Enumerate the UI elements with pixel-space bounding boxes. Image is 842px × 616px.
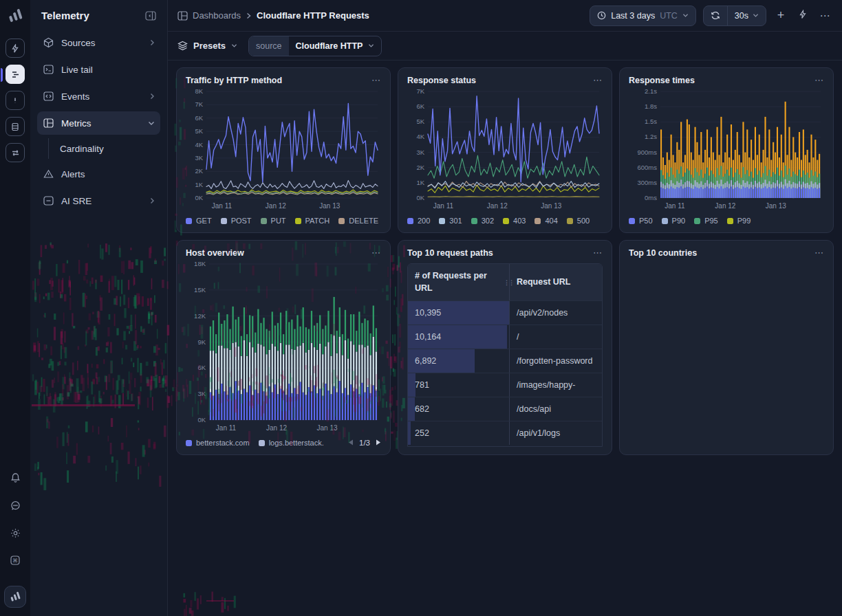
sidebar-item-ai-sre[interactable]: AI SRE <box>37 189 160 212</box>
legend-item[interactable]: PUT <box>261 217 286 225</box>
legend-item[interactable]: logs.betterstack. <box>259 439 324 447</box>
legend-item[interactable]: P95 <box>694 217 718 225</box>
svg-text:Jan 13: Jan 13 <box>319 202 340 210</box>
sidebar: Telemetry Sources Live tail Events Metri… <box>30 0 168 616</box>
legend-label: 200 <box>418 217 430 225</box>
sidebar-item-cardinality[interactable]: Cardinality <box>48 138 160 159</box>
legend-swatch <box>338 218 345 224</box>
legend-swatch <box>221 218 227 224</box>
legend-swatch <box>261 218 267 224</box>
legend-item[interactable]: DELETE <box>338 217 378 225</box>
legend-label: P99 <box>737 217 751 225</box>
pager-next-button[interactable] <box>376 439 381 447</box>
card-menu-button[interactable]: ⋯ <box>814 77 824 84</box>
svg-text:600ms: 600ms <box>637 164 657 171</box>
response-times-chart[interactable]: 0ms300ms600ms900ms1.2s1.5s1.8s2.1sJan 11… <box>629 87 824 212</box>
sidebar-item-label: Live tail <box>61 65 93 75</box>
time-range-button[interactable]: Last 3 days UTC <box>590 6 696 26</box>
svg-text:5K: 5K <box>195 127 203 135</box>
theme-toggle-button[interactable] <box>8 525 23 540</box>
table-row: 10,395/api/v2/nodes <box>408 300 602 324</box>
chat-bubble-icon <box>10 500 21 511</box>
host-overview-bar-chart[interactable]: 0K3K6K9K12K15K18KJan 11Jan 12Jan 13 <box>186 259 381 434</box>
sidebar-item-sources[interactable]: Sources <box>37 31 160 54</box>
legend-item[interactable]: betterstack.com <box>186 439 250 447</box>
breadcrumb-dashboards-link[interactable]: Dashboards <box>177 10 241 21</box>
legend-item[interactable]: P50 <box>629 217 653 225</box>
svg-text:1.8s: 1.8s <box>645 102 657 110</box>
empty-chart-area <box>629 259 824 447</box>
workspace-avatar[interactable] <box>4 586 26 608</box>
legend-item[interactable]: POST <box>221 217 252 225</box>
sidebar-collapse-button[interactable] <box>145 11 156 21</box>
legend-label: betterstack.com <box>196 439 250 447</box>
sidebar-item-live-tail[interactable]: Live tail <box>37 58 160 81</box>
notifications-button[interactable] <box>8 470 23 485</box>
command-menu-button[interactable]: ⌘ <box>8 553 23 568</box>
card-menu-button[interactable]: ⋯ <box>593 77 603 84</box>
refresh-icon <box>711 11 720 20</box>
legend-label: 301 <box>449 217 462 225</box>
refresh-button[interactable] <box>704 6 727 25</box>
legend-item[interactable]: 404 <box>535 217 557 225</box>
legend-item[interactable]: 302 <box>471 217 494 225</box>
presets-button[interactable]: Presets <box>177 41 237 51</box>
svg-text:Jan 13: Jan 13 <box>766 202 786 210</box>
svg-text:0ms: 0ms <box>645 194 657 201</box>
chart-legend: P50P90P95P99 <box>629 212 824 225</box>
rail-item-flows[interactable] <box>6 143 25 162</box>
source-filter-value[interactable]: Cloudflare HTTP <box>289 41 382 51</box>
card-menu-button[interactable]: ⋯ <box>371 77 381 84</box>
legend-item[interactable]: 403 <box>503 217 526 225</box>
column-header-url[interactable]: Request URL <box>509 264 602 300</box>
legend-label: logs.betterstack. <box>269 439 324 447</box>
card-menu-button[interactable]: ⋯ <box>814 250 824 256</box>
legend-label: PATCH <box>305 217 330 225</box>
live-tail-icon <box>11 71 20 78</box>
main-content: Dashboards Cloudflare HTTP Requests Last… <box>168 0 842 616</box>
requests-count-value: 682 <box>415 404 429 414</box>
legend-item[interactable]: P99 <box>727 217 751 225</box>
sidebar-item-events[interactable]: Events <box>37 85 160 108</box>
svg-text:Jan 12: Jan 12 <box>266 424 287 432</box>
add-widget-button[interactable]: + <box>773 8 788 23</box>
traffic-line-chart[interactable]: 0K1K2K3K4K5K6K7K8KJan 11Jan 12Jan 13 <box>186 87 381 212</box>
legend-item[interactable]: GET <box>186 217 212 225</box>
more-options-button[interactable]: ⋯ <box>817 10 832 22</box>
requests-count-value: 10,395 <box>415 308 441 318</box>
automations-button[interactable] <box>795 10 810 21</box>
legend-item[interactable]: 301 <box>439 217 462 225</box>
card-menu-button[interactable]: ⋯ <box>371 250 381 256</box>
rail-item-uptime[interactable] <box>6 38 25 58</box>
message-square-icon <box>43 196 54 206</box>
source-filter-key[interactable]: source <box>249 36 289 56</box>
support-chat-button[interactable] <box>8 498 23 513</box>
rail-item-incidents[interactable] <box>6 91 25 110</box>
legend-label: GET <box>196 217 212 225</box>
legend-item[interactable]: 500 <box>567 217 590 225</box>
column-header-requests[interactable]: # of Requests per URL ⋮⋮ <box>408 264 509 300</box>
legend-item[interactable]: PATCH <box>295 217 330 225</box>
table-body: 10,395/api/v2/nodes10,164/6,892/forgotte… <box>408 300 602 445</box>
pager-prev-button[interactable] <box>348 439 354 447</box>
rail-item-logs[interactable] <box>6 117 25 136</box>
refresh-interval-button[interactable]: 30s <box>728 6 766 25</box>
card-menu-button[interactable]: ⋯ <box>593 250 603 256</box>
legend-label: 403 <box>513 217 526 225</box>
status-line-chart[interactable]: 0K1K2K3K4K5K6K7KJan 11Jan 12Jan 13 <box>407 87 603 212</box>
legend-swatch <box>439 218 445 224</box>
svg-text:1.2s: 1.2s <box>645 133 657 140</box>
legend-item[interactable]: P90 <box>662 217 686 225</box>
sidebar-item-alerts[interactable]: Alerts <box>37 162 160 186</box>
svg-text:Jan 11: Jan 11 <box>665 202 685 210</box>
legend-label: DELETE <box>349 217 378 225</box>
time-range-label: Last 3 days <box>611 11 655 21</box>
request-url-cell: / <box>509 325 602 349</box>
svg-text:9K: 9K <box>197 338 206 346</box>
legend-item[interactable]: 200 <box>407 217 430 225</box>
sidebar-item-metrics[interactable]: Metrics <box>37 111 160 135</box>
svg-text:18K: 18K <box>194 260 206 267</box>
card-response-times: Response times ⋯ 0ms300ms600ms900ms1.2s1… <box>619 67 834 233</box>
rail-item-telemetry[interactable] <box>6 65 25 84</box>
value-bar <box>408 397 415 421</box>
